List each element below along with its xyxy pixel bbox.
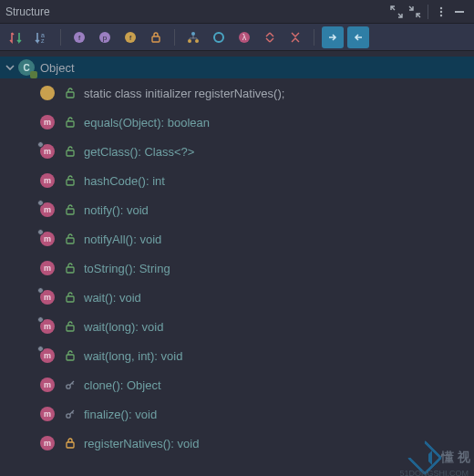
unlock-icon bbox=[64, 291, 77, 304]
svg-point-2 bbox=[440, 14, 442, 16]
method-icon: m bbox=[40, 290, 55, 305]
unlock-icon bbox=[64, 233, 77, 245]
svg-point-1 bbox=[440, 10, 442, 12]
show-anonymous-icon[interactable] bbox=[208, 26, 230, 48]
unlock-icon bbox=[64, 87, 77, 99]
member-signature: finalize(): void bbox=[84, 408, 157, 421]
key-icon bbox=[64, 408, 77, 420]
show-inherited-icon[interactable] bbox=[182, 26, 204, 48]
more-vert-icon[interactable] bbox=[432, 3, 450, 21]
svg-text:λ: λ bbox=[242, 33, 247, 42]
member-signature: getClass(): Class<?> bbox=[84, 145, 194, 159]
member-row[interactable]: static class initializer registerNatives… bbox=[0, 78, 474, 108]
member-signature: wait(): void bbox=[84, 291, 141, 305]
tree-root-row[interactable]: C Object bbox=[0, 57, 474, 78]
autoscroll-to-source-icon[interactable] bbox=[322, 26, 344, 48]
native-marker-icon bbox=[37, 316, 44, 323]
member-row[interactable]: mnotifyAll(): void bbox=[0, 224, 474, 254]
svg-rect-24 bbox=[67, 238, 74, 243]
sort-visibility-icon[interactable] bbox=[5, 26, 27, 48]
unlock-icon bbox=[64, 262, 77, 274]
svg-text:p: p bbox=[103, 34, 108, 42]
member-signature: toString(): String bbox=[84, 262, 170, 275]
svg-text:z: z bbox=[41, 37, 45, 44]
method-icon: m bbox=[40, 378, 55, 392]
method-icon: m bbox=[40, 436, 55, 450]
member-signature: notifyAll(): void bbox=[84, 233, 161, 246]
member-row[interactable]: mnotify(): void bbox=[0, 195, 474, 224]
panel-title: Structure bbox=[5, 5, 50, 18]
show-non-public-icon[interactable] bbox=[145, 26, 167, 48]
expand-out-icon[interactable] bbox=[387, 3, 406, 21]
member-signature: hashCode(): int bbox=[84, 174, 165, 188]
structure-toolbar: az f p f λ bbox=[0, 24, 474, 51]
unlock-icon bbox=[64, 349, 77, 362]
collapse-all-icon[interactable] bbox=[284, 26, 306, 48]
member-row[interactable]: mgetClass(): Class<?> bbox=[0, 137, 474, 166]
svg-point-16 bbox=[214, 33, 223, 42]
member-signature: static class initializer registerNatives… bbox=[84, 87, 284, 100]
chevron-down-icon[interactable] bbox=[4, 61, 16, 74]
final-badge-icon bbox=[30, 71, 37, 78]
unlock-icon bbox=[64, 174, 77, 187]
svg-rect-27 bbox=[67, 326, 74, 331]
expand-all-icon[interactable] bbox=[259, 26, 281, 48]
native-marker-icon bbox=[37, 346, 44, 352]
member-row[interactable]: mfinalize(): void bbox=[0, 399, 474, 429]
class-icon: C bbox=[18, 59, 35, 76]
method-icon: m bbox=[40, 144, 55, 159]
watermark-sub: 51DONGSHI.COM bbox=[399, 469, 469, 476]
initializer-icon bbox=[40, 86, 55, 100]
native-marker-icon bbox=[37, 200, 44, 206]
member-row[interactable]: mwait(long): void bbox=[0, 312, 474, 341]
svg-rect-19 bbox=[67, 92, 74, 98]
svg-rect-20 bbox=[67, 121, 74, 127]
member-row[interactable]: mequals(Object): boolean bbox=[0, 108, 474, 137]
show-lambda-icon[interactable]: λ bbox=[233, 26, 255, 48]
svg-point-15 bbox=[195, 39, 199, 43]
svg-rect-31 bbox=[67, 442, 74, 448]
svg-rect-3 bbox=[455, 11, 464, 13]
svg-rect-21 bbox=[67, 150, 74, 156]
member-row[interactable]: mhashCode(): int bbox=[0, 166, 474, 195]
minimize-icon[interactable] bbox=[450, 3, 469, 21]
method-icon: m bbox=[40, 348, 55, 363]
panel-header: Structure bbox=[0, 0, 474, 24]
lock-icon bbox=[64, 437, 77, 450]
svg-point-0 bbox=[440, 6, 442, 8]
separator bbox=[314, 29, 314, 46]
structure-tree: C Object static class initializer regist… bbox=[0, 51, 474, 463]
show-properties-icon[interactable]: p bbox=[94, 26, 116, 48]
member-signature: registerNatives(): void bbox=[84, 437, 199, 450]
separator bbox=[428, 5, 428, 19]
svg-rect-23 bbox=[67, 209, 74, 214]
show-fields-icon[interactable]: f bbox=[68, 26, 90, 48]
svg-rect-25 bbox=[67, 267, 74, 273]
unlock-icon bbox=[64, 116, 77, 129]
collapse-in-icon[interactable] bbox=[406, 3, 424, 21]
method-icon: m bbox=[40, 173, 55, 188]
member-row[interactable]: mwait(long, int): void bbox=[0, 341, 474, 370]
member-list: static class initializer registerNatives… bbox=[0, 78, 474, 458]
member-signature: clone(): Object bbox=[84, 378, 161, 392]
member-row[interactable]: mregisterNatives(): void bbox=[0, 429, 474, 458]
unlock-icon bbox=[64, 145, 77, 158]
native-marker-icon bbox=[37, 229, 44, 235]
member-row[interactable]: mclone(): Object bbox=[0, 370, 474, 399]
method-icon: m bbox=[40, 261, 55, 275]
sort-alpha-icon[interactable]: az bbox=[31, 26, 53, 48]
member-row[interactable]: mwait(): void bbox=[0, 283, 474, 312]
member-row[interactable]: mtoString(): String bbox=[0, 254, 474, 283]
separator bbox=[60, 29, 61, 46]
separator bbox=[174, 29, 175, 46]
unlock-icon bbox=[64, 203, 77, 216]
svg-rect-26 bbox=[67, 296, 74, 302]
native-marker-icon bbox=[37, 287, 44, 294]
method-icon: m bbox=[40, 232, 55, 246]
member-signature: equals(Object): boolean bbox=[84, 116, 210, 129]
show-methods-icon[interactable]: f bbox=[119, 26, 141, 48]
member-signature: wait(long): void bbox=[84, 320, 163, 334]
method-icon: m bbox=[40, 319, 55, 334]
autoscroll-from-source-icon[interactable] bbox=[347, 26, 369, 48]
svg-point-14 bbox=[188, 39, 191, 43]
